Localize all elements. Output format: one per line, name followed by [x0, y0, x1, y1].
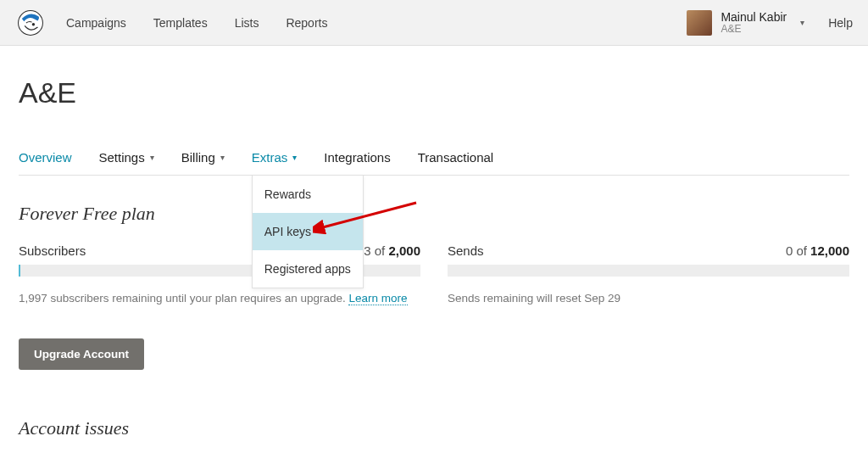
tab-settings-label: Settings	[99, 150, 145, 165]
sends-label: Sends	[448, 243, 484, 258]
extras-registered-apps[interactable]: Registered apps	[253, 250, 363, 288]
tab-transactional-label: Transactional	[418, 150, 494, 165]
sends-block: Sends 0 of 12,000 Sends remaining will r…	[448, 243, 849, 305]
nav-reports[interactable]: Reports	[286, 16, 327, 30]
tab-transactional[interactable]: Transactional	[418, 150, 494, 175]
subscribers-caption: 1,997 subscribers remaining until your p…	[19, 292, 420, 305]
tab-settings[interactable]: Settings ▾	[99, 150, 154, 175]
sends-caption: Sends remaining will reset Sep 29	[448, 292, 849, 305]
extras-rewards[interactable]: Rewards	[253, 176, 363, 213]
user-org: A&E	[721, 24, 787, 36]
tab-overview[interactable]: Overview	[19, 150, 72, 175]
tab-integrations-label: Integrations	[324, 150, 390, 165]
nav-templates[interactable]: Templates	[153, 16, 208, 30]
tab-billing-label: Billing	[181, 150, 215, 165]
topbar: Campaigns Templates Lists Reports Mainul…	[0, 0, 868, 46]
chevron-down-icon: ▾	[800, 18, 804, 27]
extras-api-keys[interactable]: API keys	[253, 213, 363, 250]
subscribers-count: 3 of 2,000	[364, 243, 420, 258]
plan-heading: Forever Free plan	[19, 203, 849, 225]
user-menu[interactable]: Mainul Kabir A&E ▾	[687, 10, 804, 36]
nav-campaigns[interactable]: Campaigns	[66, 16, 126, 30]
mailchimp-icon	[16, 8, 45, 37]
tab-integrations[interactable]: Integrations	[324, 150, 390, 175]
tab-extras[interactable]: Extras ▾ Rewards API keys Registered app…	[252, 150, 298, 175]
svg-point-1	[32, 23, 35, 25]
user-text: Mainul Kabir A&E	[721, 10, 787, 36]
learn-more-link[interactable]: Learn more	[348, 292, 407, 305]
tab-extras-label: Extras	[252, 150, 288, 165]
avatar	[687, 10, 712, 36]
help-link[interactable]: Help	[828, 16, 853, 30]
chevron-down-icon: ▾	[292, 153, 297, 162]
chevron-down-icon: ▾	[150, 153, 154, 162]
account-issues-heading: Account issues	[19, 417, 849, 439]
chevron-down-icon: ▾	[220, 153, 225, 162]
upgrade-account-button[interactable]: Upgrade Account	[19, 338, 144, 370]
tab-overview-label: Overview	[19, 150, 72, 165]
user-name: Mainul Kabir	[721, 10, 787, 24]
page-body: A&E Overview Settings ▾ Billing ▾ Extras…	[0, 46, 868, 464]
sends-count: 0 of 12,000	[786, 243, 849, 258]
logo[interactable]	[15, 8, 46, 38]
sends-progress	[448, 265, 849, 277]
subscribers-progress-fill	[19, 265, 20, 277]
top-nav: Campaigns Templates Lists Reports	[66, 16, 327, 30]
account-tabs: Overview Settings ▾ Billing ▾ Extras ▾ R…	[19, 150, 849, 176]
page-title: A&E	[19, 76, 849, 109]
tab-billing[interactable]: Billing ▾	[181, 150, 225, 175]
subscribers-label: Subscribers	[19, 243, 86, 258]
nav-lists[interactable]: Lists	[235, 16, 259, 30]
extras-dropdown: Rewards API keys Registered apps	[252, 175, 364, 288]
